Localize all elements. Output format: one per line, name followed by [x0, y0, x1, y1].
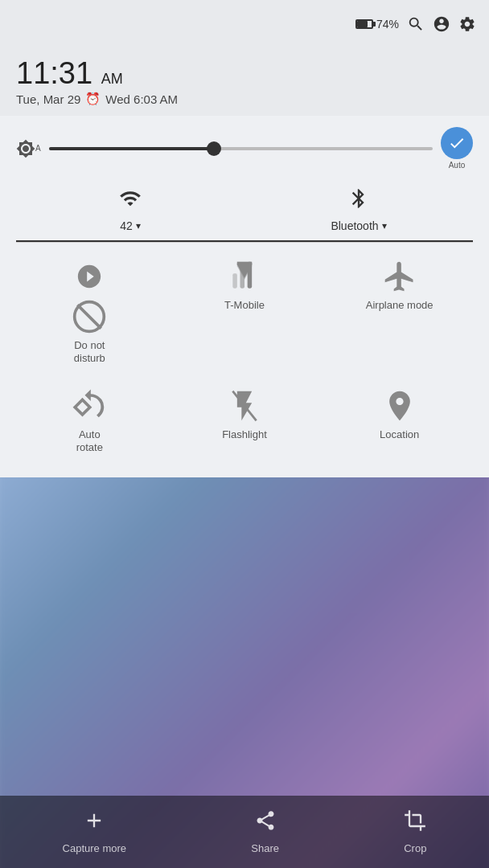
notification-panel: 11:31 AM Tue, Mar 29 ⏰ Wed 6:03 AM A — [0, 48, 489, 477]
svg-rect-3 — [232, 273, 237, 288]
t-mobile-label: T-Mobile — [224, 299, 265, 312]
t-mobile-toggle[interactable]: T-Mobile — [171, 251, 318, 372]
quick-toggles-grid: Do notdisturb T-Mobile — [16, 251, 473, 461]
time-section: 11:31 AM Tue, Mar 29 ⏰ Wed 6:03 AM — [16, 58, 473, 116]
user-icon[interactable] — [433, 15, 450, 33]
time-hours: 11:31 — [16, 56, 92, 90]
airplane-mode-toggle[interactable]: Airplane mode — [326, 251, 473, 372]
time-ampm: AM — [101, 71, 123, 87]
capture-more-icon — [83, 809, 105, 837]
auto-label: Auto — [449, 161, 466, 170]
flashlight-toggle[interactable]: Flashlight — [171, 380, 318, 461]
share-button[interactable]: Share — [251, 809, 279, 854]
flashlight-label: Flashlight — [222, 428, 267, 441]
alarm-time: Wed 6:03 AM — [105, 92, 178, 106]
auto-rotate-label: Autorotate — [76, 428, 103, 453]
bluetooth-icon — [347, 187, 370, 215]
battery-percent: 74% — [376, 18, 399, 31]
t-mobile-icon — [227, 259, 262, 294]
do-not-disturb-icon-actual — [72, 299, 107, 334]
brightness-row: A Auto — [16, 127, 473, 170]
settings-icon[interactable] — [458, 15, 476, 33]
do-not-disturb-toggle[interactable]: Do notdisturb — [16, 251, 163, 372]
svg-line-1 — [78, 305, 101, 328]
alarm-icon: ⏰ — [85, 92, 101, 106]
wifi-network-label: 42 — [120, 219, 133, 232]
bluetooth-toggle[interactable]: Bluetooth ▾ — [244, 181, 473, 242]
bluetooth-chevron-icon: ▾ — [382, 220, 387, 231]
auto-brightness-button[interactable] — [441, 127, 473, 159]
share-label: Share — [251, 842, 279, 854]
bluetooth-label-row: Bluetooth ▾ — [331, 219, 386, 232]
wifi-icon — [119, 187, 142, 215]
battery-indicator: 74% — [355, 18, 399, 31]
crop-label: Crop — [404, 842, 426, 854]
flashlight-icon — [227, 388, 262, 424]
wifi-toggle[interactable]: 42 ▾ — [16, 181, 244, 242]
location-label: Location — [380, 428, 419, 441]
do-not-disturb-icon — [72, 259, 107, 294]
wifi-label-row: 42 ▾ — [120, 219, 141, 232]
crop-button[interactable]: Crop — [404, 809, 426, 854]
date-text: Tue, Mar 29 — [16, 92, 80, 106]
airplane-mode-icon — [382, 259, 417, 294]
time-display: 11:31 AM — [16, 58, 473, 88]
capture-more-label: Capture more — [63, 842, 126, 854]
battery-icon — [355, 19, 373, 29]
airplane-mode-label: Airplane mode — [366, 299, 434, 312]
auto-brightness-container[interactable]: Auto — [441, 127, 473, 170]
search-icon[interactable] — [407, 15, 425, 33]
auto-rotate-toggle[interactable]: Autorotate — [16, 380, 163, 461]
auto-rotate-icon — [72, 388, 107, 424]
bluetooth-label: Bluetooth — [331, 219, 378, 232]
share-icon — [254, 809, 277, 837]
location-toggle[interactable]: Location — [326, 380, 473, 461]
brightness-icon: A — [16, 139, 41, 158]
capture-more-button[interactable]: Capture more — [63, 809, 126, 854]
location-icon — [382, 388, 417, 424]
quick-settings-panel: A Auto — [0, 116, 489, 477]
svg-rect-5 — [248, 262, 253, 289]
bottom-action-bar: Capture more Share Crop — [0, 796, 489, 868]
date-display: Tue, Mar 29 ⏰ Wed 6:03 AM — [16, 92, 473, 106]
crop-icon — [404, 809, 426, 837]
connectivity-row: 42 ▾ Bluetooth ▾ — [16, 181, 473, 243]
svg-rect-4 — [240, 268, 244, 289]
status-bar: 74% — [0, 0, 489, 48]
wifi-chevron-icon: ▾ — [136, 220, 141, 231]
do-not-disturb-label: Do notdisturb — [74, 339, 105, 364]
